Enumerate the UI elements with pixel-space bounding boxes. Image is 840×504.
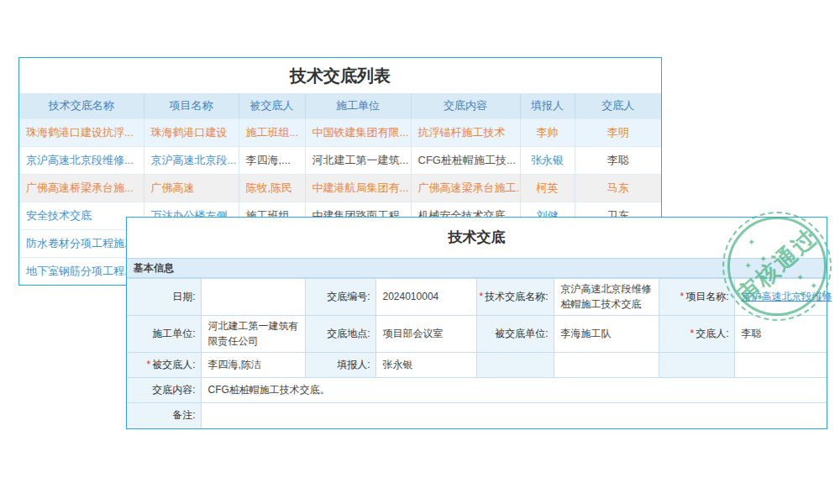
cell-receiver[interactable]: 陈牧,陈民 xyxy=(239,174,305,202)
discloser-label: *交底人: xyxy=(659,316,734,353)
content-value: CFG桩桩帽施工技术交底。 xyxy=(201,378,827,403)
cell-project-name[interactable]: 广佛高速 xyxy=(144,174,239,202)
form-title: 技术交底 xyxy=(127,218,827,258)
location-value: 项目部会议室 xyxy=(375,316,476,353)
disclosure-name-label: *技术交底名称: xyxy=(476,279,554,316)
required-marker: * xyxy=(479,291,483,302)
disclosure-no-label: 交底编号: xyxy=(305,279,375,316)
list-title: 技术交底列表 xyxy=(19,58,661,93)
remark-label: 备注: xyxy=(127,403,201,428)
receiver-value: 李四海,陈洁 xyxy=(201,353,305,378)
column-header-project: 项目名称 xyxy=(144,93,239,118)
cell-receiver: 李四海,... xyxy=(239,146,305,174)
cell-disclosure-name[interactable]: 广佛高速桥梁承台施... xyxy=(19,174,144,202)
cell-discloser: 李聪 xyxy=(575,146,661,174)
location-label: 交底地点: xyxy=(305,316,375,353)
empty-label-cell xyxy=(659,353,734,378)
cell-project-name[interactable]: 京沪高速北京段... xyxy=(144,146,239,174)
required-marker: * xyxy=(146,359,150,370)
form-table: 日期: 交底编号: 2024010004 *技术交底名称: 京沪高速北京段维修桩… xyxy=(127,278,827,428)
column-header-receiver: 被交底人 xyxy=(239,93,305,118)
table-row[interactable]: 广佛高速桥梁承台施... 广佛高速 陈牧,陈民 中建港航局集团有... 广佛高速… xyxy=(19,174,661,202)
form-row-remark: 备注: xyxy=(127,403,827,428)
cell-filler[interactable]: 柯英 xyxy=(520,174,575,202)
cell-content: CFG桩桩帽施工技... xyxy=(411,146,520,174)
date-value xyxy=(201,279,305,316)
cell-content[interactable]: 抗浮锚杆施工技术 xyxy=(411,118,520,146)
cell-disclosure-name[interactable]: 安全技术交底 xyxy=(19,202,144,229)
empty-label-cell xyxy=(476,353,554,378)
cell-unit[interactable]: 中国铁建集团有限... xyxy=(305,118,411,146)
cell-disclosure-name[interactable]: 防水卷材分项工程施... xyxy=(19,229,144,257)
construction-unit-label: 施工单位: xyxy=(127,316,201,353)
cell-content[interactable]: 广佛高速梁承台施工... xyxy=(411,174,520,202)
column-header-filler: 填报人 xyxy=(520,93,575,118)
form-row: 施工单位: 河北建工第一建筑有限责任公司 交底地点: 项目部会议室 被交底单位:… xyxy=(127,316,827,353)
cell-filler[interactable]: 李帅 xyxy=(520,118,575,146)
cell-unit[interactable]: 中建港航局集团有... xyxy=(305,174,411,202)
column-header-content: 交底内容 xyxy=(411,93,520,118)
project-link[interactable]: 京沪高速北京段维修 xyxy=(742,291,832,302)
table-row[interactable]: 京沪高速北京段维修... 京沪高速北京段... 李四海,... 河北建工第一建筑… xyxy=(19,146,661,174)
table-row[interactable]: 珠海鹤港口建设抗浮... 珠海鹤港口建设 施工班组... 中国铁建集团有限...… xyxy=(19,118,661,146)
form-row: *被交底人: 李四海,陈洁 填报人: 张永银 xyxy=(127,353,827,378)
form-row-content: 交底内容: CFG桩桩帽施工技术交底。 xyxy=(127,378,827,403)
cell-discloser[interactable]: 马东 xyxy=(575,174,661,202)
disclosure-form-panel: 技术交底 基本信息 日期: 交底编号: 2024010004 *技术交底名称: … xyxy=(126,217,827,429)
empty-value-cell xyxy=(554,353,659,378)
disclosure-name-value: 京沪高速北京段维修桩帽施工技术交底 xyxy=(554,279,659,316)
project-name-value: 京沪高速北京段维修 xyxy=(734,279,827,316)
required-marker: * xyxy=(680,291,684,302)
empty-value-cell xyxy=(734,353,827,378)
required-marker: * xyxy=(690,328,694,339)
cell-discloser[interactable]: 李明 xyxy=(575,118,661,146)
filler-value: 张永银 xyxy=(375,353,476,378)
cell-receiver[interactable]: 施工班组... xyxy=(239,118,305,146)
project-name-label: *项目名称: xyxy=(659,279,734,316)
section-header-basic-info: 基本信息 xyxy=(127,258,827,278)
construction-unit-value: 河北建工第一建筑有限责任公司 xyxy=(201,316,305,353)
cell-unit: 河北建工第一建筑... xyxy=(305,146,411,174)
discloser-value: 李聪 xyxy=(734,316,827,353)
table-header-row: 技术交底名称 项目名称 被交底人 施工单位 交底内容 填报人 交底人 xyxy=(19,93,661,118)
remark-value xyxy=(201,403,827,428)
column-header-unit: 施工单位 xyxy=(305,93,411,118)
cell-project-name[interactable]: 珠海鹤港口建设 xyxy=(144,118,239,146)
receiving-unit-value: 李海施工队 xyxy=(554,316,659,353)
cell-disclosure-name[interactable]: 珠海鹤港口建设抗浮... xyxy=(19,118,144,146)
cell-disclosure-name[interactable]: 地下室钢筋分项工程... xyxy=(19,257,144,285)
filler-label: 填报人: xyxy=(305,353,375,378)
disclosure-no-value: 2024010004 xyxy=(375,279,476,316)
page: 技术交底列表 技术交底名称 项目名称 被交底人 施工单位 交底内容 填报人 交底… xyxy=(0,0,840,504)
column-header-discloser: 交底人 xyxy=(575,93,661,118)
receiver-label: *被交底人: xyxy=(127,353,201,378)
cell-filler[interactable]: 张永银 xyxy=(520,146,575,174)
date-label: 日期: xyxy=(127,279,201,316)
form-row: 日期: 交底编号: 2024010004 *技术交底名称: 京沪高速北京段维修桩… xyxy=(127,279,827,316)
receiving-unit-label: 被交底单位: xyxy=(476,316,554,353)
cell-disclosure-name[interactable]: 京沪高速北京段维修... xyxy=(19,146,144,174)
content-label: 交底内容: xyxy=(127,378,201,403)
column-header-name: 技术交底名称 xyxy=(19,93,144,118)
